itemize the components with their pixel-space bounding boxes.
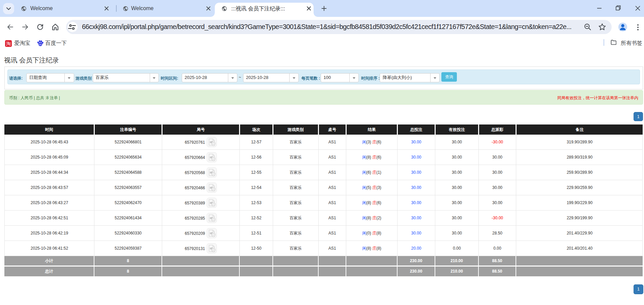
svg-text:du: du — [39, 43, 42, 46]
